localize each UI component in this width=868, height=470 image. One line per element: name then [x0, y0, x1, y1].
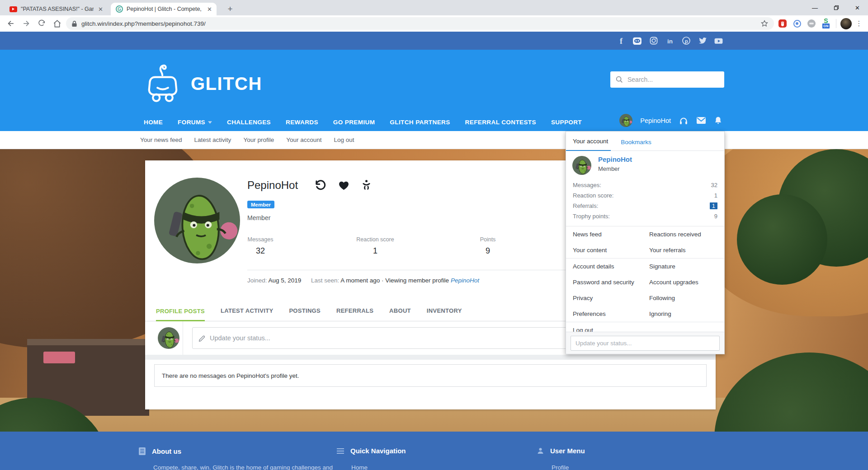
tab-your-account[interactable]: Your account	[566, 138, 611, 151]
stat-points: Points 9	[480, 236, 496, 256]
search-input[interactable]	[627, 76, 719, 83]
tab-about[interactable]: ABOUT	[389, 307, 411, 321]
gray-extension-icon[interactable]	[806, 18, 817, 29]
browser-tab-glitch[interactable]: G PepinoHot | Glitch - Compete, Sh ✕	[111, 3, 217, 15]
close-icon[interactable]: ✕	[97, 6, 104, 13]
url-text: glitch.win/index.php?members/pepinohot.7…	[81, 20, 756, 27]
subnav-your-account[interactable]: Your account	[286, 136, 321, 143]
address-bar[interactable]: glitch.win/index.php?members/pepinohot.7…	[66, 17, 774, 30]
browser-tab-youtube[interactable]: "PATATAS ASESINAS!" - Garry`s M ✕	[5, 3, 108, 15]
footer-link-profile[interactable]: Profile	[552, 464, 805, 470]
mail-icon[interactable]	[696, 117, 706, 124]
close-icon[interactable]: ✕	[206, 6, 213, 13]
logo-text: GLITCH	[191, 74, 262, 94]
minimize-button[interactable]: —	[804, 0, 826, 15]
divider	[836, 19, 836, 28]
reload-icon	[38, 19, 46, 28]
forward-icon	[22, 19, 31, 28]
headset-icon[interactable]	[679, 116, 689, 125]
menu-your-referrals[interactable]: Your referrals	[649, 247, 724, 254]
menu-following[interactable]: Following	[649, 295, 724, 301]
restore-button[interactable]	[826, 0, 847, 15]
tab-referrals[interactable]: REFERRALS	[336, 307, 373, 321]
bell-icon[interactable]	[714, 116, 722, 125]
menu-privacy[interactable]: Privacy	[566, 295, 649, 301]
menu-signature[interactable]: Signature	[649, 263, 724, 270]
streak-extension-icon[interactable]: SON	[820, 18, 832, 29]
window-controls: — ✕	[804, 0, 868, 15]
dropdown-status-input[interactable]	[571, 336, 720, 351]
menu-row: Password and security Account upgrades	[566, 274, 724, 290]
forward-button[interactable]	[20, 17, 33, 30]
twitter-icon[interactable]	[698, 36, 707, 46]
tab-bookmarks[interactable]: Bookmarks	[611, 139, 654, 151]
header-username[interactable]: PepinoHot	[640, 117, 671, 124]
close-window-button[interactable]: ✕	[847, 0, 868, 15]
adblock-extension-icon[interactable]	[777, 18, 788, 29]
avatar[interactable]	[619, 114, 632, 127]
pinterest-icon[interactable]: p	[681, 36, 691, 46]
nav-item-home[interactable]: HOME	[144, 119, 163, 126]
back-button[interactable]	[5, 17, 17, 30]
bookmark-star-icon[interactable]	[760, 19, 769, 28]
dropdown-username[interactable]: PepinoHot	[598, 155, 632, 163]
tab-latest-activity[interactable]: LATEST ACTIVITY	[221, 307, 273, 321]
browser-urlbar: glitch.win/index.php?members/pepinohot.7…	[0, 15, 868, 32]
svg-text:in: in	[667, 38, 673, 45]
site-search[interactable]	[610, 71, 724, 88]
avatar[interactable]	[158, 327, 179, 349]
profile-role: Member	[247, 214, 270, 221]
nav-item-go-premium[interactable]: GO PREMIUM	[333, 119, 375, 126]
tab-inventory[interactable]: INVENTORY	[427, 307, 462, 321]
menu-reactions-received[interactable]: Reactions received	[649, 231, 724, 238]
nav-item-forums[interactable]: FORUMS	[178, 119, 212, 126]
stat-row-reaction-score: Reaction score: 1	[573, 190, 717, 201]
browser-menu-icon[interactable]: ⋮	[854, 19, 863, 28]
tab-postings[interactable]: POSTINGS	[289, 307, 321, 321]
browser-chrome: "PATATAS ASESINAS!" - Garry`s M ✕ G Pepi…	[0, 0, 868, 32]
privacy-extension-icon[interactable]	[791, 18, 803, 29]
reload-button[interactable]	[35, 17, 48, 30]
menu-row: Preferences Ignoring	[566, 306, 724, 322]
nav-item-glitch-partners[interactable]: GLITCH PARTNERS	[390, 119, 450, 126]
avatar[interactable]	[572, 156, 591, 175]
subnav-latest-activity[interactable]: Latest activity	[194, 136, 231, 143]
menu-account-upgrades[interactable]: Account upgrades	[649, 279, 724, 286]
menu-preferences[interactable]: Preferences	[566, 310, 649, 317]
dropdown-tabs: Your account Bookmarks	[566, 132, 724, 151]
tab-profile-posts[interactable]: PROFILE POSTS	[156, 308, 205, 321]
viewing-profile-link[interactable]: PepinoHot	[451, 277, 479, 284]
nav-item-support[interactable]: SUPPORT	[551, 119, 582, 126]
linkedin-icon[interactable]: in	[665, 36, 675, 46]
dropdown-user-block: PepinoHot Member	[566, 151, 724, 179]
highlighted-value[interactable]: 1	[710, 202, 717, 209]
menu-row: Privacy Following	[566, 290, 724, 306]
joined-row: Joined: Aug 5, 2019 Last seen: A moment …	[247, 277, 479, 284]
menu-password-security[interactable]: Password and security	[566, 279, 649, 286]
profile-avatar[interactable]	[154, 178, 240, 263]
menu-news-feed[interactable]: News feed	[566, 231, 649, 238]
subnav-your-profile[interactable]: Your profile	[243, 136, 274, 143]
nav-item-rewards[interactable]: REWARDS	[286, 119, 318, 126]
nav-item-referral-contests[interactable]: REFERRAL CONTESTS	[465, 119, 536, 126]
site-logo[interactable]: GLITCH	[144, 60, 262, 108]
discord-icon[interactable]	[632, 36, 642, 46]
subnav-log-out[interactable]: Log out	[334, 136, 354, 143]
subnav-news-feed[interactable]: Your news feed	[140, 136, 182, 143]
rotate-ccw-icon[interactable]	[313, 179, 327, 192]
facebook-icon[interactable]: f	[616, 36, 626, 46]
heart-icon[interactable]	[338, 180, 350, 191]
youtube-icon[interactable]	[714, 36, 723, 46]
home-button[interactable]	[51, 17, 63, 30]
menu-ignoring[interactable]: Ignoring	[649, 310, 724, 317]
menu-row: News feed Reactions received	[566, 226, 724, 242]
account-dropdown: Your account Bookmarks PepinoHot Member …	[566, 131, 725, 354]
new-tab-button[interactable]: +	[224, 4, 236, 14]
gamer-figure-icon[interactable]	[361, 179, 372, 192]
browser-profile-avatar[interactable]	[840, 18, 852, 29]
instagram-icon[interactable]	[649, 36, 658, 46]
nav-item-challenges[interactable]: CHALLENGES	[227, 119, 271, 126]
menu-your-content[interactable]: Your content	[566, 247, 649, 254]
account-subnav: Your news feed Latest activity Your prof…	[0, 131, 868, 149]
menu-account-details[interactable]: Account details	[566, 263, 649, 270]
